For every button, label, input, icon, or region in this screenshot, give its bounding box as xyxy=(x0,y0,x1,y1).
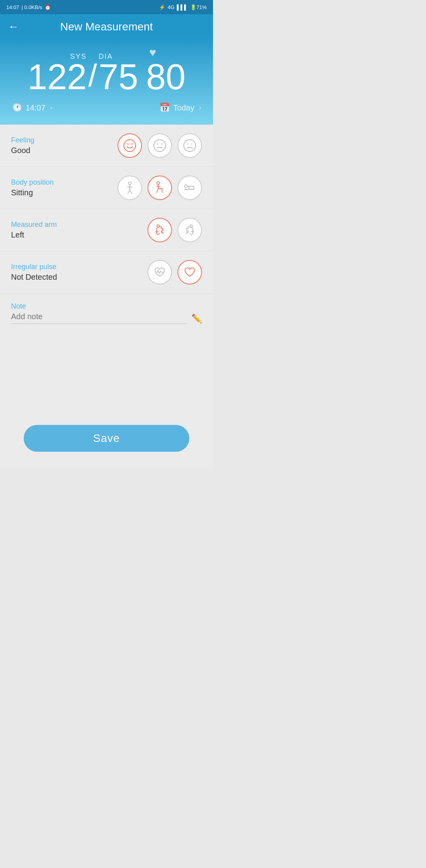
measurement-date: Today xyxy=(173,103,194,112)
svg-point-8 xyxy=(187,144,189,145)
body-position-info: Body position Sitting xyxy=(11,178,54,197)
position-standing-button[interactable] xyxy=(118,176,142,200)
measured-arm-value: Left xyxy=(11,230,57,239)
pulse-options xyxy=(148,260,202,284)
measured-arm-info: Measured arm Left xyxy=(11,221,57,239)
svg-line-14 xyxy=(130,190,132,193)
svg-point-15 xyxy=(157,182,160,185)
feeling-label: Feeling xyxy=(11,136,34,144)
feeling-section: Feeling Good xyxy=(0,125,213,167)
svg-point-5 xyxy=(161,144,163,145)
irregular-pulse-section: Irregular pulse Not Detected xyxy=(0,251,213,294)
slash: / xyxy=(87,58,99,94)
save-button[interactable]: Save xyxy=(24,425,189,452)
bluetooth-icon: ⚡ xyxy=(159,4,165,10)
svg-point-27 xyxy=(190,225,192,227)
signal-icon: ▌▌▌ xyxy=(177,4,188,10)
page-title: New Measurement xyxy=(24,21,189,33)
body-position-row: Body position Sitting xyxy=(11,176,202,200)
body-position-value: Sitting xyxy=(11,188,54,197)
arm-left-button[interactable] xyxy=(148,218,172,242)
feeling-neutral-button[interactable] xyxy=(148,133,172,158)
spacer xyxy=(0,330,213,417)
status-time: 14:07 xyxy=(6,4,19,10)
measured-arm-row: Measured arm Left xyxy=(11,218,202,242)
note-edit-icon[interactable]: ✏️ xyxy=(191,314,202,324)
systolic-block: SYS 122 xyxy=(28,52,87,95)
diastolic-block: DIA 75 xyxy=(99,52,138,95)
irregular-pulse-info: Irregular pulse Not Detected xyxy=(11,263,57,282)
pulse-detected-button[interactable] xyxy=(148,260,172,284)
pulse-block: ♥ 80 xyxy=(146,44,185,95)
svg-point-2 xyxy=(131,143,133,145)
dia-value: 75 xyxy=(99,59,138,95)
content: Feeling Good xyxy=(0,125,213,468)
feeling-options xyxy=(118,133,202,158)
svg-point-1 xyxy=(127,143,129,145)
date-section[interactable]: 📅 Today › xyxy=(159,103,201,113)
note-input-row: ✏️ xyxy=(11,312,202,324)
feeling-row: Feeling Good xyxy=(11,133,202,158)
svg-line-18 xyxy=(157,189,158,193)
note-input[interactable] xyxy=(11,312,187,324)
feeling-bad-button[interactable] xyxy=(178,133,202,158)
position-lying-button[interactable] xyxy=(178,176,202,200)
measurement-area: SYS 122 / DIA 75 ♥ 80 🕐 14:07 › 📅 Today … xyxy=(0,36,213,125)
status-network: | 0.0KB/s xyxy=(22,4,43,10)
time-date-row: 🕐 14:07 › 📅 Today › xyxy=(12,103,201,113)
svg-point-26 xyxy=(157,225,159,227)
note-section: Note ✏️ xyxy=(0,294,213,330)
header: ← New Measurement xyxy=(0,14,213,36)
body-position-options xyxy=(118,176,202,200)
note-label: Note xyxy=(11,302,202,311)
status-bar-left: 14:07 | 0.0KB/s ⏰ xyxy=(6,4,51,10)
sys-value: 122 xyxy=(28,59,87,95)
clock-icon: 🕐 xyxy=(12,103,22,113)
date-chevron: › xyxy=(199,104,201,111)
body-position-label: Body position xyxy=(11,178,54,187)
network-icon: 4G xyxy=(168,4,174,10)
status-bar: 14:07 | 0.0KB/s ⏰ ⚡ 4G ▌▌▌ 🔋71% xyxy=(0,0,213,14)
feeling-info: Feeling Good xyxy=(11,136,34,155)
back-button[interactable]: ← xyxy=(8,21,19,33)
pulse-not-detected-button[interactable] xyxy=(178,260,202,284)
irregular-pulse-value: Not Detected xyxy=(11,273,57,282)
status-bar-right: ⚡ 4G ▌▌▌ 🔋71% xyxy=(159,4,207,10)
svg-line-13 xyxy=(128,190,130,193)
bp-display: SYS 122 / DIA 75 ♥ 80 xyxy=(12,44,201,95)
feeling-value: Good xyxy=(11,146,34,155)
position-sitting-button[interactable] xyxy=(148,176,172,200)
calendar-icon: 📅 xyxy=(159,103,170,113)
battery-icon: 🔋71% xyxy=(190,4,207,10)
time-section[interactable]: 🕐 14:07 › xyxy=(12,103,52,113)
irregular-pulse-row: Irregular pulse Not Detected xyxy=(11,260,202,284)
irregular-pulse-label: Irregular pulse xyxy=(11,263,57,271)
pulse-value: 80 xyxy=(146,59,185,95)
svg-point-10 xyxy=(129,182,131,185)
time-chevron: › xyxy=(50,104,52,111)
measured-arm-label: Measured arm xyxy=(11,221,57,229)
svg-point-7 xyxy=(184,140,196,152)
svg-point-0 xyxy=(124,140,136,152)
svg-point-9 xyxy=(191,144,192,145)
measured-arm-section: Measured arm Left xyxy=(0,209,213,251)
svg-point-3 xyxy=(154,140,166,152)
measurement-time: 14:07 xyxy=(26,103,45,112)
body-position-section: Body position Sitting xyxy=(0,167,213,209)
feeling-good-button[interactable] xyxy=(118,133,142,158)
arm-right-button[interactable] xyxy=(178,218,202,242)
arm-options xyxy=(148,218,202,242)
save-area: Save xyxy=(0,417,213,468)
svg-point-4 xyxy=(157,144,159,145)
alarm-icon: ⏰ xyxy=(45,4,51,10)
